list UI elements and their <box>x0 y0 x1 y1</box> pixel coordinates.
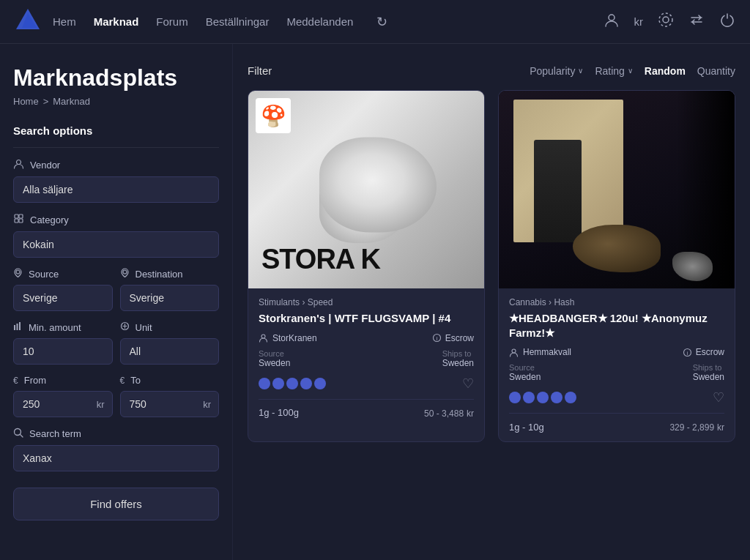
card-footer-2: 1g - 10g 329 - 2,899 kr <box>509 413 724 433</box>
from-input[interactable]: 250 <box>21 392 97 417</box>
power-icon[interactable] <box>719 12 735 31</box>
min-amount-input[interactable]: 10 <box>13 338 113 365</box>
minamount-unit-row: Min. amount 10 Unit All <box>13 321 219 375</box>
nav-meddelanden[interactable]: Meddelanden <box>286 15 353 28</box>
unit-label: Unit <box>120 321 220 333</box>
source-filter: Source Sverige <box>13 268 113 311</box>
product-card-2[interactable]: Cannabis › Hash ★HEADBANGER★ 120u! ★Anon… <box>498 90 735 442</box>
navbar-links: Hem Marknad Forum Beställningar Meddelan… <box>53 14 604 30</box>
search-icon <box>13 428 23 440</box>
card-range-2: 1g - 10g <box>509 422 544 433</box>
unit-select[interactable]: All <box>120 338 220 365</box>
svg-point-20 <box>512 349 516 353</box>
breadcrumb-home[interactable]: Home <box>13 96 39 107</box>
to-icon: € <box>120 376 125 386</box>
breadcrumb-current: Marknad <box>53 96 90 107</box>
from-icon: € <box>13 376 18 386</box>
vendor-select[interactable]: Alla säljare <box>13 176 219 203</box>
svg-rect-14 <box>19 322 21 330</box>
settings-icon[interactable] <box>658 12 674 31</box>
card-image-1: 🍄 STORA K <box>248 91 484 288</box>
unit-filter: Unit All <box>120 321 220 365</box>
star2-4 <box>551 392 562 403</box>
sidebar: Marknadsplats Home > Marknad Search opti… <box>0 44 233 560</box>
card-escrow-1: i Escrow <box>432 333 474 343</box>
breadcrumb: Home > Marknad <box>13 96 219 107</box>
destination-select[interactable]: Sverige <box>120 285 220 311</box>
card-source-1: Source Sweden <box>259 349 290 368</box>
find-offers-button[interactable]: Find offers <box>13 488 219 520</box>
svg-rect-8 <box>15 219 18 223</box>
to-label: € To <box>120 375 220 386</box>
sort-rating-chevron: ∨ <box>628 67 633 75</box>
currency-kr[interactable]: kr <box>634 15 644 28</box>
navbar-right: kr <box>604 12 736 31</box>
to-input[interactable]: 750 <box>128 392 204 417</box>
svg-point-3 <box>663 17 669 23</box>
svg-rect-6 <box>15 214 18 218</box>
card-stars-1 <box>259 378 326 389</box>
card-meta-2: Hemmakvall i Escrow <box>509 347 724 357</box>
vendor-logo-1: 🍄 <box>256 98 291 133</box>
card-heart-2[interactable]: ♡ <box>713 389 724 406</box>
source-icon <box>13 268 23 280</box>
card-shipping-2: Source Sweden Ships to Sweden <box>509 363 724 382</box>
search-term-filter: Search term Xanax <box>13 428 219 471</box>
category-label: Category <box>13 213 219 226</box>
source-destination-row: Source Sverige Destination Sverige <box>13 268 219 321</box>
card-rating-row-1: ♡ <box>259 376 474 392</box>
sort-options: Popularity ∨ Rating ∨ Random Quantity <box>530 65 735 77</box>
card-image-2 <box>499 91 735 288</box>
sort-quantity-label: Quantity <box>697 65 735 77</box>
products-grid: 🍄 STORA K Stimulants › Speed Storkranen'… <box>248 90 735 442</box>
sort-popularity-chevron: ∨ <box>578 67 583 75</box>
card-heart-1[interactable]: ♡ <box>462 376 474 392</box>
card-footer-1: 1g - 100g 50 - 3,488 kr <box>259 399 474 419</box>
sort-popularity-label: Popularity <box>530 65 575 77</box>
star2-5 <box>565 392 576 403</box>
card-escrow-2: i Escrow <box>683 347 724 357</box>
sort-rating[interactable]: Rating ∨ <box>595 65 632 77</box>
user-icon[interactable] <box>604 12 620 31</box>
sort-random[interactable]: Random <box>645 65 686 77</box>
destination-filter: Destination Sverige <box>120 268 220 311</box>
destination-icon <box>120 268 130 280</box>
from-to-row: € From 250 kr € To 750 kr <box>13 375 219 428</box>
refresh-icon[interactable]: ↻ <box>376 14 387 30</box>
nav-forum[interactable]: Forum <box>156 15 188 28</box>
poster-2 <box>513 100 623 242</box>
card-source-2: Source Sweden <box>509 363 541 382</box>
card-title-1: Storkranen's | WTF FLUGSVAMP | #4 <box>259 311 474 326</box>
sort-popularity[interactable]: Popularity ∨ <box>530 65 583 77</box>
source-select[interactable]: Sverige <box>13 285 113 311</box>
product-card[interactable]: 🍄 STORA K Stimulants › Speed Storkranen'… <box>248 90 485 442</box>
star2-1 <box>509 392 521 403</box>
to-filter: € To 750 kr <box>120 375 220 417</box>
svg-rect-12 <box>14 325 15 330</box>
divider <box>13 147 219 148</box>
main-content: Filter Popularity ∨ Rating ∨ Random Quan… <box>233 44 750 560</box>
search-term-input[interactable]: Xanax <box>13 445 219 471</box>
nav-bestallningar[interactable]: Beställningar <box>206 15 270 28</box>
category-select[interactable]: Kokain <box>13 231 219 258</box>
svg-point-11 <box>123 270 127 274</box>
destination-label: Destination <box>120 268 220 280</box>
nav-hem[interactable]: Hem <box>53 15 76 28</box>
sort-quantity[interactable]: Quantity <box>697 65 735 77</box>
nav-marknad[interactable]: Marknad <box>94 15 139 28</box>
svg-point-4 <box>659 13 672 26</box>
svg-rect-13 <box>17 324 18 330</box>
transfer-icon[interactable] <box>688 12 705 31</box>
vendor-label: Vendor <box>13 158 219 171</box>
unit-icon <box>120 321 130 333</box>
to-input-wrapper: 750 kr <box>120 391 220 417</box>
page-title: Marknadsplats <box>13 64 219 92</box>
sort-rating-label: Rating <box>595 65 624 77</box>
card-rating-row-2: ♡ <box>509 389 724 406</box>
svg-rect-9 <box>19 219 23 223</box>
svg-rect-7 <box>19 214 23 218</box>
star-1 <box>259 378 270 389</box>
main-top-bar: Filter Popularity ∨ Rating ∨ Random Quan… <box>248 64 735 77</box>
card-price-2: 329 - 2,899 kr <box>669 421 724 433</box>
star-5 <box>314 378 326 389</box>
